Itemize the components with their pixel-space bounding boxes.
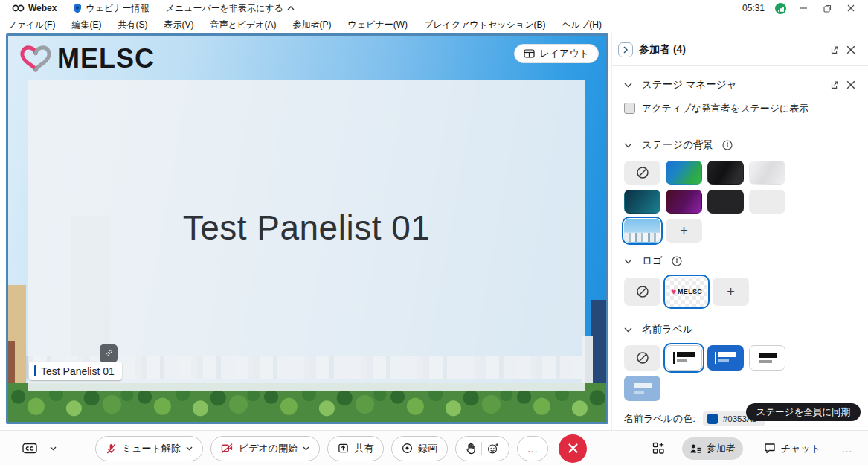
more-options-button[interactable]: …	[517, 436, 548, 461]
close-panel-icon[interactable]	[843, 42, 859, 58]
melsc-heart-icon	[19, 43, 53, 74]
hide-menubar-button[interactable]: メニューバーを非表示にする	[166, 2, 295, 15]
chevron-down-icon[interactable]	[620, 137, 636, 153]
bg-swatch-green-blue-gradient[interactable]	[666, 161, 702, 185]
name-label-style-blue-filled[interactable]	[707, 345, 744, 371]
chevron-down-icon	[303, 446, 309, 451]
sync-stage-button[interactable]: ステージを全員に同期	[746, 403, 861, 421]
chevron-down-icon[interactable]	[620, 77, 636, 93]
title-bar: Webex ウェビナー情報 メニューバーを非表示にする 05:31	[0, 0, 868, 16]
menu-webinar[interactable]: ウェビナー(W)	[348, 19, 408, 31]
webex-window: Webex ウェビナー情報 メニューバーを非表示にする 05:31	[0, 0, 868, 465]
share-button[interactable]: 共有	[327, 436, 384, 461]
unmute-button[interactable]: ミュート解除	[95, 436, 203, 461]
participants-panel-button[interactable]: 参加者	[682, 437, 743, 460]
toolbar-more-icon[interactable]: …	[841, 442, 853, 455]
popout-stage-manager-icon[interactable]	[826, 77, 843, 93]
chevron-down-icon	[186, 446, 193, 451]
logo-swatch-melsc[interactable]: ♥ MELSC	[666, 277, 707, 307]
leave-meeting-button[interactable]	[559, 434, 587, 463]
app-name: Webex	[28, 3, 57, 13]
participants-panel-header: 参加者 (4)	[612, 33, 868, 66]
apps-button[interactable]	[649, 439, 669, 458]
plus-icon: +	[680, 223, 688, 239]
layout-button[interactable]: レイアウト	[514, 44, 599, 63]
participant-name-label: Test Panelist 01	[29, 362, 122, 380]
menu-participant[interactable]: 参加者(P)	[293, 19, 332, 31]
meeting-time: 05:31	[742, 3, 765, 13]
skyline-building-right	[591, 300, 606, 389]
name-label-accent-bar	[34, 365, 36, 376]
bg-swatch-purple-gradient[interactable]	[666, 190, 702, 214]
captions-button[interactable]	[19, 438, 40, 459]
webex-logo-icon	[12, 4, 25, 13]
menu-edit[interactable]: 編集(E)	[71, 19, 101, 31]
melsc-mini-logo: ♥ MELSC	[671, 287, 702, 296]
chevron-down-icon[interactable]	[620, 253, 636, 269]
menu-share[interactable]: 共有(S)	[118, 19, 147, 31]
minimize-button[interactable]	[797, 1, 810, 15]
logo-section-header: ロゴ	[612, 243, 868, 269]
stage-logo-text: MELSC	[57, 43, 155, 74]
name-label-style-light-left-bar[interactable]	[666, 345, 702, 371]
bg-swatch-none[interactable]	[624, 161, 660, 185]
edit-name-label-button[interactable]	[100, 344, 118, 362]
start-video-button[interactable]: ビデオの開始	[210, 436, 320, 461]
bg-swatch-black[interactable]	[707, 190, 744, 214]
chevron-up-icon	[287, 6, 295, 10]
name-label-section-header: 名前ラベル	[612, 307, 868, 338]
skyline-building-left-2	[8, 341, 15, 389]
name-label-color-label: 名前ラベルの色:	[624, 412, 695, 426]
active-speaker-label: アクティブな発言者をステージに表示	[642, 102, 808, 115]
info-icon[interactable]	[719, 137, 736, 153]
webex-brand: Webex	[12, 3, 57, 13]
name-label-style-grid	[612, 338, 835, 401]
restore-button[interactable]	[820, 1, 834, 15]
reactions-button[interactable]	[455, 436, 509, 461]
bg-swatch-light-wave[interactable]	[749, 161, 785, 185]
logo-title: ロゴ	[642, 254, 663, 268]
bg-swatch-add-button[interactable]: +	[666, 219, 702, 243]
stage-manager-title: ステージ マネージャ	[642, 78, 736, 92]
logo-swatch-add-button[interactable]: +	[713, 278, 749, 306]
name-label-title: 名前ラベル	[642, 323, 692, 336]
plus-icon: +	[727, 284, 735, 300]
menu-file[interactable]: ファイル(F)	[7, 19, 55, 31]
webinar-info-button[interactable]: ウェビナー情報	[73, 2, 149, 15]
side-panel: 参加者 (4) ステージ マネージャ アクティブな発言者をス	[611, 33, 868, 430]
camera-off-icon	[221, 443, 234, 454]
name-label-style-translucent-blue[interactable]	[624, 376, 660, 401]
chat-panel-button[interactable]: チャット	[756, 437, 828, 460]
bg-swatch-city-skyline[interactable]	[624, 219, 660, 243]
bg-swatch-dark-wave[interactable]	[707, 161, 744, 185]
bg-swatch-light-gray[interactable]	[749, 190, 785, 214]
connection-quality-icon[interactable]	[775, 3, 786, 14]
close-stage-manager-icon[interactable]	[843, 77, 859, 93]
menu-breakout[interactable]: ブレイクアウトセッション(B)	[424, 19, 545, 31]
info-icon[interactable]	[669, 253, 685, 269]
menu-view[interactable]: 表示(V)	[164, 19, 193, 31]
record-icon	[402, 443, 413, 454]
more-icon: …	[527, 442, 539, 455]
color-swatch	[707, 414, 718, 424]
stage-logo: MELSC	[19, 43, 155, 74]
chat-icon	[764, 443, 776, 454]
melsc-heart-icon: ♥	[671, 287, 676, 296]
chevron-down-icon[interactable]	[620, 321, 636, 338]
stage-area: Test Panelist 01 MELSC レイアウト	[6, 33, 608, 424]
name-label-style-none[interactable]	[624, 345, 660, 371]
logo-swatch-none[interactable]	[624, 278, 660, 306]
collapse-panel-button[interactable]	[618, 42, 633, 57]
active-speaker-checkbox[interactable]	[624, 103, 635, 114]
menu-bar: ファイル(F) 編集(E) 共有(S) 表示(V) 音声とビデオ(A) 参加者(…	[0, 16, 868, 33]
captions-chevron-icon[interactable]	[45, 440, 61, 457]
close-window-button[interactable]	[844, 1, 858, 15]
bg-swatch-dark-teal-gradient[interactable]	[624, 190, 660, 214]
menu-help[interactable]: ヘルプ(H)	[562, 19, 602, 31]
name-label-style-light-plain[interactable]	[749, 345, 785, 371]
menu-audio-video[interactable]: 音声とビデオ(A)	[210, 19, 276, 31]
bottom-toolbar: ミュート解除 ビデオの開始	[0, 430, 868, 465]
share-icon	[338, 443, 349, 454]
popout-panel-icon[interactable]	[826, 42, 843, 58]
record-button[interactable]: 録画	[391, 436, 448, 461]
